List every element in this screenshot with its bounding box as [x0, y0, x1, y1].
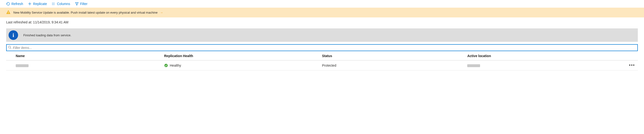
header-name[interactable]: Name: [6, 54, 164, 58]
refresh-label: Refresh: [12, 2, 23, 6]
table-header: Name Replication Health Status Active lo…: [6, 51, 638, 60]
row-status: Protected: [322, 63, 468, 67]
replicate-label: Replicate: [33, 2, 47, 6]
notification-text: New Mobility Service Update is available…: [13, 11, 158, 14]
filter-input[interactable]: [13, 46, 636, 50]
svg-rect-0: [8, 12, 8, 13]
columns-button[interactable]: Columns: [52, 2, 70, 6]
info-banner-text: Finished loading data from service.: [23, 33, 71, 37]
toolbar: Refresh Replicate Columns Filter: [0, 0, 644, 8]
info-icon: i: [8, 30, 18, 40]
last-refreshed: Last refreshed at: 11/14/2019, 9:34:41 A…: [0, 17, 644, 26]
redacted-location: [467, 64, 480, 67]
svg-point-2: [8, 46, 11, 48]
more-actions-button[interactable]: •••: [629, 63, 635, 68]
last-refreshed-value: 11/14/2019, 9:34:41 AM: [33, 20, 68, 24]
healthy-icon: [164, 63, 168, 67]
row-health: Healthy: [164, 63, 322, 67]
filter-button[interactable]: Filter: [75, 2, 88, 6]
last-refreshed-label: Last refreshed at:: [6, 20, 32, 24]
row-name: [6, 63, 164, 67]
table-row[interactable]: Healthy Protected •••: [6, 60, 638, 71]
refresh-icon: [6, 2, 10, 6]
refresh-button[interactable]: Refresh: [6, 2, 23, 6]
items-table: Name Replication Health Status Active lo…: [6, 51, 638, 71]
row-health-text: Healthy: [170, 63, 181, 67]
header-location[interactable]: Active location: [467, 54, 606, 58]
filter-icon: [75, 2, 79, 6]
filter-label: Filter: [80, 2, 88, 6]
update-notification[interactable]: New Mobility Service Update is available…: [0, 8, 644, 17]
svg-rect-1: [8, 13, 8, 13]
search-icon: [8, 46, 12, 50]
arrow-right-icon: →: [160, 11, 163, 14]
header-status[interactable]: Status: [322, 54, 468, 58]
info-banner: i Finished loading data from service.: [6, 28, 638, 42]
redacted-name: [16, 64, 28, 67]
replicate-button[interactable]: Replicate: [28, 2, 47, 6]
columns-label: Columns: [57, 2, 70, 6]
plus-icon: [28, 2, 32, 6]
search-container: [6, 44, 638, 51]
row-location: [467, 63, 606, 67]
header-health[interactable]: Replication Health: [164, 54, 322, 58]
columns-icon: [52, 2, 56, 6]
warning-icon: [6, 10, 10, 15]
